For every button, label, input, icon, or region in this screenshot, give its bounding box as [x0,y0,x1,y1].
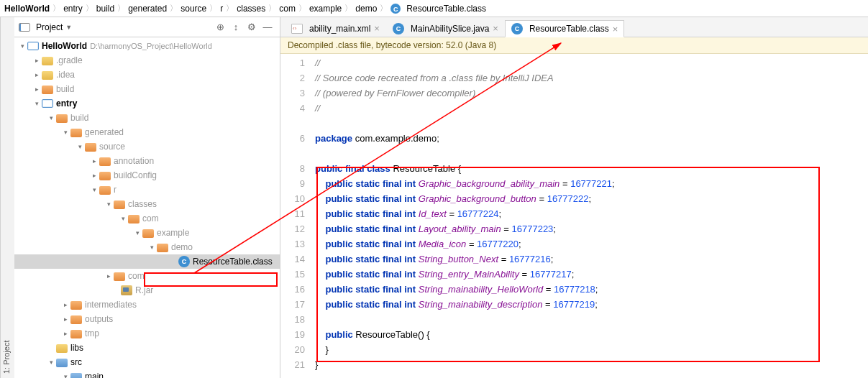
close-icon[interactable]: × [493,23,498,34]
project-tree[interactable]: ▾HelloWorldD:\harmonyOS_Project\HelloWor… [14,37,280,378]
tree-item-resource-table[interactable]: ·ResourceTable.class [14,254,280,269]
tree-item[interactable]: ▸.gradle [14,53,280,68]
folder-icon [114,272,125,281]
tree-item[interactable]: ▸annotation [14,154,280,168]
settings-gear-icon[interactable]: ⚙ [244,19,260,35]
select-opened-file-button[interactable]: ⊕ [212,19,228,35]
folder-icon [157,244,168,252]
jar-icon [121,285,132,295]
tree-item[interactable]: ▾source [14,139,280,154]
hide-panel-button[interactable]: — [260,19,275,35]
tree-item[interactable]: ▾demo [14,240,280,254]
decompiled-banner: Decompiled .class file, bytecode version… [280,37,868,54]
gutter: 1 2 3 4 6 8 9 10 11 12 13 14 15 16 17 18… [280,54,311,378]
tree-item[interactable]: ·R.jar [14,283,280,298]
tree-root[interactable]: ▾HelloWorldD:\harmonyOS_Project\HelloWor… [14,39,280,53]
folder-icon [99,157,111,166]
breadcrumb-item[interactable]: generated [128,4,167,14]
breadcrumb-item[interactable]: HelloWorld [4,4,50,14]
folder-icon [70,129,82,137]
tree-item[interactable]: ▾src [14,355,280,369]
class-icon [390,4,401,14]
class-icon [393,23,404,34]
breadcrumb-item[interactable]: source [181,4,206,14]
project-tool-tab[interactable]: 1: Project [0,17,14,378]
folder-icon [128,215,140,223]
tree-item[interactable]: ▾main [14,369,280,378]
editor-tab[interactable]: MainAbilitySlice.java× [386,19,505,37]
close-icon[interactable]: × [613,24,618,34]
xml-icon [291,24,303,34]
tree-item[interactable]: ▸build [14,82,280,96]
folder-icon [56,359,68,367]
editor-tab[interactable]: ability_main.xml× [285,19,386,37]
folder-icon [99,172,111,180]
project-view-selector[interactable]: Project ▼ [19,22,72,32]
tree-item[interactable]: ▸outputs [14,312,280,326]
tree-item[interactable]: ▾com [14,211,280,226]
tree-item[interactable]: ▸intermediates [14,298,280,312]
tree-item[interactable]: ▸com [14,269,280,283]
folder-icon [42,71,53,80]
tree-item[interactable]: ▸tmp [14,326,280,341]
folder-icon [114,200,125,209]
breadcrumb-item[interactable]: classes [237,4,265,14]
breadcrumb-item[interactable]: r [220,4,223,14]
code-editor[interactable]: 1 2 3 4 6 8 9 10 11 12 13 14 15 16 17 18… [280,54,868,378]
folder-icon [70,330,82,338]
folder-icon [70,373,82,378]
project-panel-header: Project ▼ ⊕ ↕ ⚙ — [14,17,280,37]
module-icon [27,42,39,50]
breadcrumb-item[interactable]: com [279,4,296,14]
tree-item[interactable]: ▸buildConfig [14,168,280,183]
folder-icon [42,57,53,65]
class-icon [178,256,190,267]
tree-item[interactable]: ▸.idea [14,68,280,82]
close-icon[interactable]: × [374,23,380,34]
folder-icon [56,344,68,353]
breadcrumb-item[interactable]: entry [63,4,83,14]
folder-icon [70,315,82,324]
editor-tabs: ability_main.xml× MainAbilitySlice.java×… [280,17,868,37]
folder-icon [70,301,82,310]
code-content[interactable]: // // Source code recreated from a .clas… [311,54,868,378]
chevron-down-icon: ▼ [65,24,72,31]
breadcrumb-item[interactable]: demo [355,4,377,14]
tree-item[interactable]: ▾example [14,226,280,240]
breadcrumb-file[interactable]: ResourceTable.class [390,4,486,14]
project-icon [19,23,30,32]
tree-item[interactable]: ▾r [14,183,280,197]
breadcrumb: HelloWorld〉 entry〉 build〉 generated〉 sou… [0,0,868,17]
editor-tab-active[interactable]: ResourceTable.class× [505,20,624,37]
expand-all-button[interactable]: ↕ [228,19,244,35]
tree-item[interactable]: ·libs [14,341,280,355]
class-icon [511,23,523,34]
folder-icon [142,229,154,238]
folder-icon [99,186,111,195]
breadcrumb-item[interactable]: build [96,4,114,14]
folder-icon [42,86,53,94]
tree-item[interactable]: ▾build [14,111,280,125]
tree-item[interactable]: ▾entry [14,96,280,111]
module-icon [42,99,53,108]
folder-icon [85,143,96,152]
folder-icon [56,114,68,123]
breadcrumb-item[interactable]: example [309,4,342,14]
tree-item[interactable]: ▾generated [14,125,280,139]
tree-item[interactable]: ▾classes [14,197,280,211]
